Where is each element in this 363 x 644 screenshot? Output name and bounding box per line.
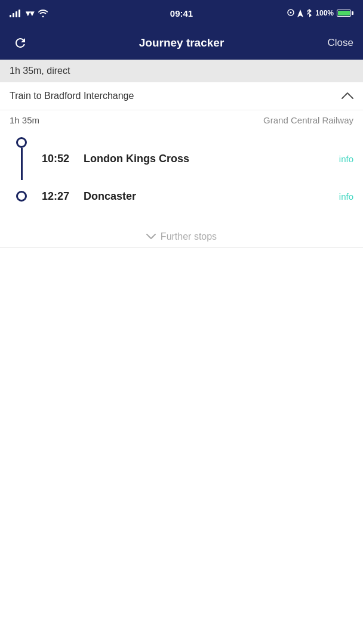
wifi-icon: ▾▾ bbox=[26, 8, 34, 18]
arrow-icon bbox=[297, 10, 303, 17]
status-left: ▾▾ bbox=[10, 8, 48, 18]
further-stops-button[interactable]: Further stops bbox=[0, 222, 363, 247]
signal-icon bbox=[10, 9, 20, 17]
stop-line-top bbox=[10, 137, 33, 180]
journey-header[interactable]: Train to Bradford Interchange bbox=[0, 82, 363, 110]
summary-bar: 1h 35m, direct bbox=[0, 60, 363, 82]
battery-percent: 100% bbox=[315, 9, 334, 17]
battery-icon bbox=[337, 10, 353, 17]
refresh-icon bbox=[13, 36, 27, 50]
nav-title: Journey tracker bbox=[139, 36, 224, 49]
stop-time: 10:52 bbox=[42, 153, 84, 165]
stop-info: 10:52 London Kings Cross info bbox=[33, 153, 353, 165]
nav-bar: Journey tracker Close bbox=[0, 26, 363, 60]
stop-circle bbox=[16, 137, 27, 148]
stop-line-bottom bbox=[10, 191, 33, 202]
close-button[interactable]: Close bbox=[328, 37, 353, 49]
summary-text: 1h 35m, direct bbox=[10, 66, 70, 76]
stop-time: 12:27 bbox=[42, 190, 84, 203]
wifi-icon bbox=[38, 10, 48, 17]
collapse-chevron-icon[interactable] bbox=[342, 91, 353, 101]
refresh-button[interactable] bbox=[10, 32, 31, 54]
status-right: 100% bbox=[287, 9, 353, 17]
stop-info-link[interactable]: info bbox=[339, 191, 353, 202]
journey-section: Train to Bradford Interchange 1h 35m Gra… bbox=[0, 82, 363, 247]
status-bar: ▾▾ 09:41 100% bbox=[0, 0, 363, 26]
chevron-down-icon bbox=[146, 234, 156, 240]
journey-operator: Grand Central Railway bbox=[263, 115, 353, 125]
stop-circle bbox=[16, 191, 27, 202]
journey-meta: 1h 35m Grand Central Railway bbox=[0, 110, 363, 132]
stop-name: Doncaster bbox=[84, 190, 334, 203]
journey-duration: 1h 35m bbox=[10, 115, 39, 125]
location-icon bbox=[287, 9, 294, 17]
status-time: 09:41 bbox=[170, 8, 193, 18]
stop-name: London Kings Cross bbox=[84, 153, 334, 165]
stop-info: 12:27 Doncaster info bbox=[33, 190, 353, 203]
table-row: 12:27 Doncaster info bbox=[10, 180, 353, 212]
journey-header-title: Train to Bradford Interchange bbox=[10, 91, 134, 101]
svg-point-1 bbox=[290, 12, 292, 14]
bluetooth-icon bbox=[306, 9, 312, 17]
stop-connector bbox=[21, 148, 23, 180]
stop-info-link[interactable]: info bbox=[339, 154, 353, 164]
further-stops-label: Further stops bbox=[161, 231, 217, 242]
table-row: 10:52 London Kings Cross info bbox=[10, 137, 353, 180]
stops-container: 10:52 London Kings Cross info 12:27 Donc… bbox=[0, 132, 363, 222]
